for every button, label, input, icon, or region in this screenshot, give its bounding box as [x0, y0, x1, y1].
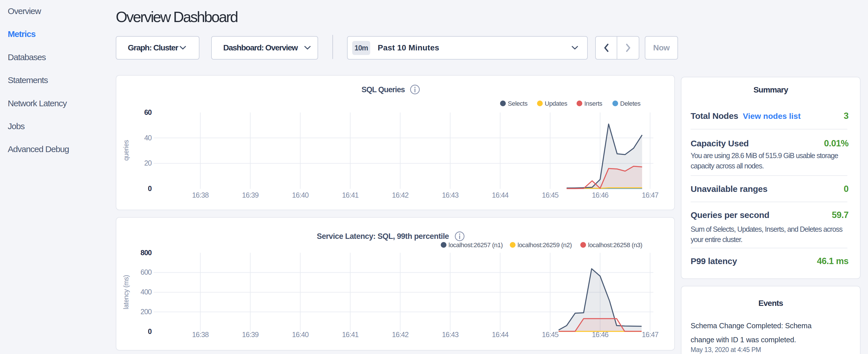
svg-text:0: 0: [148, 185, 152, 192]
svg-text:16:44: 16:44: [492, 191, 509, 199]
svg-text:Deletes: Deletes: [620, 100, 641, 107]
svg-text:16:40: 16:40: [292, 191, 309, 199]
svg-text:16:44: 16:44: [492, 330, 509, 339]
svg-text:16:47: 16:47: [642, 330, 658, 339]
svg-text:800: 800: [141, 249, 152, 257]
svg-text:16:39: 16:39: [242, 191, 259, 199]
svg-text:16:39: 16:39: [242, 330, 259, 339]
svg-text:Selects: Selects: [508, 100, 528, 107]
svg-text:0: 0: [148, 327, 152, 335]
svg-text:16:38: 16:38: [192, 330, 209, 339]
svg-text:Service Latency: SQL, 99th per: Service Latency: SQL, 99th percentile: [317, 232, 449, 240]
svg-text:localhost:26257 (n1): localhost:26257 (n1): [448, 242, 503, 249]
svg-text:16:42: 16:42: [392, 330, 409, 339]
svg-text:20: 20: [144, 159, 152, 167]
svg-text:40: 40: [144, 134, 152, 142]
svg-text:16:41: 16:41: [342, 191, 359, 199]
svg-text:60: 60: [144, 108, 152, 116]
svg-text:16:43: 16:43: [442, 191, 459, 199]
svg-text:16:42: 16:42: [392, 191, 409, 199]
svg-text:queries: queries: [122, 140, 130, 161]
svg-text:16:38: 16:38: [192, 191, 209, 199]
svg-text:localhost:26258 (n3): localhost:26258 (n3): [588, 242, 642, 249]
svg-text:16:41: 16:41: [342, 330, 359, 339]
svg-text:200: 200: [141, 308, 152, 316]
svg-text:16:47: 16:47: [642, 191, 658, 199]
svg-text:400: 400: [141, 288, 152, 296]
svg-text:latency (ms): latency (ms): [122, 275, 130, 309]
svg-text:localhost:26259 (n2): localhost:26259 (n2): [518, 242, 572, 249]
svg-text:Inserts: Inserts: [584, 100, 602, 107]
svg-text:600: 600: [141, 268, 152, 276]
svg-text:SQL Queries: SQL Queries: [362, 85, 405, 94]
svg-text:16:45: 16:45: [542, 330, 559, 339]
svg-text:Updates: Updates: [545, 100, 567, 107]
svg-text:16:45: 16:45: [542, 191, 559, 199]
svg-text:16:40: 16:40: [292, 330, 309, 339]
svg-text:16:46: 16:46: [592, 191, 608, 199]
svg-text:16:43: 16:43: [442, 330, 459, 339]
